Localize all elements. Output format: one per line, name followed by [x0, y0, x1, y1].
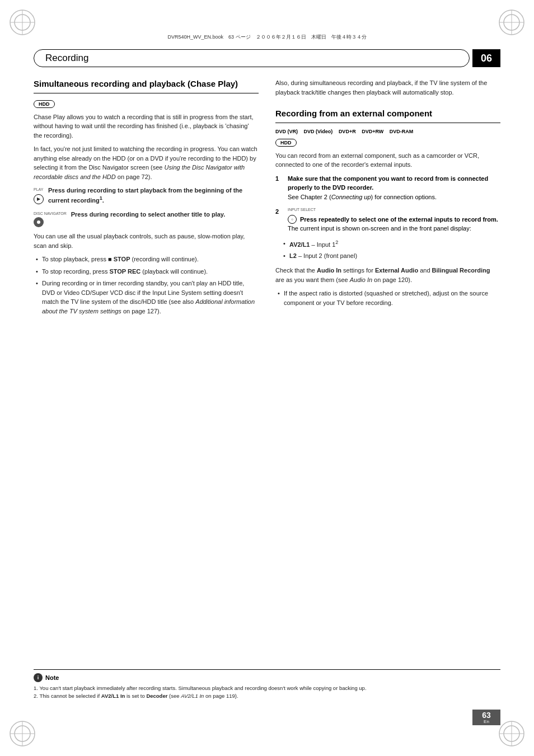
left-para2: In fact, you're not just limited to watc… — [34, 144, 259, 181]
input-select-icon: ○ — [288, 215, 297, 224]
note-label: Note — [45, 674, 59, 681]
dvd-video-badge: DVD (Video) — [304, 129, 333, 134]
right-divider — [275, 123, 500, 123]
step-2-content: INPUT SELECT ○ Press repeatedly to selec… — [288, 207, 498, 233]
note-header: i Note — [34, 673, 500, 682]
disc-icon-label: DISC NAVIGATOR — [34, 211, 67, 217]
play-icon-wrap: PLAY ▶ — [34, 187, 44, 204]
right-column: Also, during simultaneous recording and … — [275, 78, 500, 700]
step-2: 2 INPUT SELECT ○ Press repeatedly to sel… — [275, 207, 500, 233]
play-icon-label: PLAY — [34, 187, 44, 193]
header-bar: DVR540H_WV_EN.book 63 ページ ２００６年２月１６日 木曜日… — [34, 31, 500, 43]
disc-icon-wrap: DISC NAVIGATOR — [34, 211, 67, 228]
note-line-2: 2. This cannot be selected if AV2/L1 In … — [34, 692, 500, 700]
dvd-badges: DVD (VR) DVD (Video) DVD+R DVD+RW DVD-RA… — [275, 129, 500, 134]
footnote-1-sup: 1 — [100, 196, 102, 201]
right-intro-text: You can record from an external componen… — [275, 151, 500, 170]
chapter-number: 06 — [481, 53, 492, 64]
av2-l1-bullet: AV2/L1 – Input 12 — [275, 239, 500, 249]
note-line-1: 1. You can't start playback immediately … — [34, 684, 500, 692]
input-select-label: INPUT SELECT — [288, 207, 498, 213]
note-section: i Note 1. You can't start playback immed… — [34, 669, 500, 701]
dvd-plus-r-badge: DVD+R — [339, 129, 356, 134]
disc-navigator-icon — [34, 217, 44, 227]
left-section-title: Simultaneous recording and playback (Cha… — [34, 78, 259, 90]
note-icon: i — [34, 673, 43, 682]
chapter-tab: 06 — [472, 49, 500, 67]
l2-bullet: L2 – Input 2 (front panel) — [275, 251, 500, 261]
step-2-num: 2 — [275, 207, 283, 217]
disc-bullet-text: Press during recording to select another… — [71, 210, 225, 219]
aspect-bullet: If the aspect ratio is distorted (squash… — [275, 289, 500, 307]
page: DVR540H_WV_EN.book 63 ページ ２００６年２月１６日 木曜日… — [0, 0, 534, 756]
page-lang: En — [484, 719, 489, 724]
header-text: DVR540H_WV_EN.book 63 ページ ２００６年２月１６日 木曜日… — [34, 34, 500, 41]
right-section-title: Recording from an external component — [275, 108, 500, 119]
stop-bullet-2: To stop recording, press STOP REC (playb… — [34, 267, 259, 276]
page-number-box: 63 En — [472, 710, 500, 725]
step-1-content: Make sure that the component you want to… — [288, 174, 500, 202]
left-intro-text: Chase Play allows you to watch a recordi… — [34, 112, 259, 140]
corner-decoration-bl — [6, 717, 39, 750]
footnote-2-sup: 2 — [335, 240, 338, 245]
recording-title-bar: Recording — [34, 49, 470, 67]
content-area: Simultaneous recording and playback (Cha… — [34, 78, 500, 700]
play-bullet-text: Press during recording to start playback… — [48, 186, 259, 205]
recording-title: Recording — [45, 53, 89, 64]
left-divider — [34, 93, 259, 93]
step-1: 1 Make sure that the component you want … — [275, 174, 500, 202]
page-number: 63 — [482, 711, 491, 719]
play-bullet: PLAY ▶ Press during recording to start p… — [34, 186, 259, 205]
audio-para: Check that the Audio In settings for Ext… — [275, 266, 500, 284]
dvd-vr-badge: DVD (VR) — [275, 129, 298, 134]
dvd-plus-rw-badge: DVD+RW — [362, 129, 383, 134]
dvd-ram-badge: DVD-RAM — [390, 129, 414, 134]
stop-bullet-1: To stop playback, press ■ STOP (recordin… — [34, 255, 259, 264]
left-column: Simultaneous recording and playback (Cha… — [34, 78, 259, 700]
step-1-num: 1 — [275, 174, 283, 184]
controls-intro: You can use all the usual playback contr… — [34, 232, 259, 250]
right-also-text: Also, during simultaneous recording and … — [275, 78, 500, 97]
play-icon: ▶ — [34, 194, 44, 204]
hdd-badge-right: HDD — [275, 139, 297, 147]
stop-bullet-3: During recording or in timer recording s… — [34, 279, 259, 316]
hdd-badge-left: HDD — [34, 100, 55, 108]
disc-bullet: DISC NAVIGATOR Press during recording to… — [34, 210, 259, 228]
